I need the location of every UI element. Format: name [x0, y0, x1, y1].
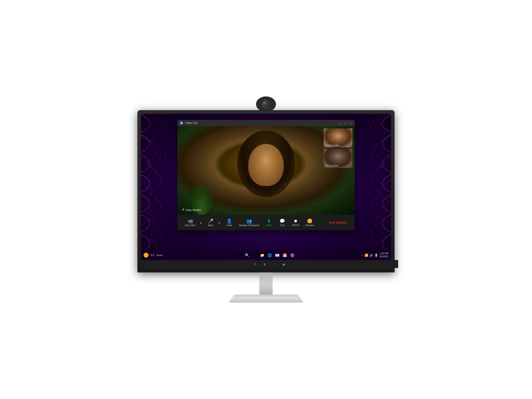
monitor-brightness-down[interactable]: ◐: [262, 261, 267, 267]
temperature: 71°F: [150, 254, 154, 256]
thumbnail-1: Ashlyn Cramblit: [324, 128, 352, 147]
app-calendar-button[interactable]: 📅: [282, 252, 288, 258]
reaction-icon: 😊: [307, 219, 313, 223]
app-teams-button[interactable]: 🟣: [289, 252, 296, 258]
date: 4/5/2022: [380, 255, 388, 258]
monitor-bottom-bar: ☰ ◐ ○ 🔈: [141, 260, 398, 268]
window-titlebar: Z Video Call — □ ✕: [177, 120, 355, 126]
speaker-name-label: 🎤 Julia Streller: [181, 208, 202, 212]
mic-active-icon: 🎤: [181, 208, 184, 212]
participant-thumbnails: Ashlyn Cramblit Seth Schreiber: [324, 128, 352, 168]
webcam-lens: [262, 100, 270, 108]
maximize-button[interactable]: □: [344, 121, 347, 125]
app-edge-button[interactable]: 🌐: [267, 252, 273, 258]
share-label: Share: [266, 224, 272, 227]
monitor-bezel: Z Video Call — □ ✕: [137, 110, 395, 272]
stop-video-icon: 📹: [188, 219, 193, 223]
app-icon: Z: [180, 121, 184, 125]
thumbnail-1-name: Ashlyn Cramblit: [325, 144, 339, 146]
tray-expand-icon[interactable]: ∧: [362, 254, 363, 256]
window-controls: — □ ✕: [338, 121, 352, 125]
close-button[interactable]: ✕: [349, 121, 352, 125]
svg-text:Z: Z: [181, 122, 182, 124]
system-tray: ∧ 📶 🔊 🔋: [362, 253, 378, 257]
chat-icon: 💬: [279, 219, 285, 223]
monitor: Z Video Call — □ ✕: [133, 96, 399, 303]
share-icon: ⬆: [267, 219, 271, 223]
thumbnail-2-name: Seth Schreiber: [325, 165, 338, 167]
webcam: [256, 96, 276, 112]
invite-label: Invite: [227, 224, 232, 227]
stop-video-label: Stop Video: [185, 224, 196, 227]
mute-button[interactable]: 🎤 Mute: [204, 217, 217, 228]
thumbnail-2: Seth Schreiber: [324, 149, 352, 168]
manage-participants-button[interactable]: 👥 Manage Participants: [236, 217, 262, 228]
taskbar: 71°F Sunny ⊞ 🔍 🗔 📁 🌐 📧 📅 🟣: [141, 250, 391, 260]
manage-participants-label: Manage Participants: [239, 224, 259, 227]
main-video-area: 🎤 Julia Streller Ashlyn Cramblit Seth Sc…: [177, 126, 355, 215]
chat-label: Chat: [280, 224, 285, 227]
mute-group: 🎤 Mute ▲: [204, 217, 221, 228]
monitor-stand-neck: Dell: [259, 272, 273, 295]
manage-participants-icon: 👥: [247, 219, 252, 223]
taskbar-center: ⊞ 🔍 🗔 📁 🌐 📧 📅 🟣: [236, 252, 296, 258]
app-mail-button[interactable]: 📧: [274, 252, 280, 258]
mute-arrow[interactable]: ▲: [218, 221, 221, 225]
control-bar: 📹 Stop Video ▲ 🎤 Mute ▲: [177, 215, 355, 230]
window-title: Video Call: [185, 121, 336, 125]
minimize-button[interactable]: —: [338, 121, 342, 125]
stop-video-arrow[interactable]: ▲: [199, 221, 202, 225]
time: 2:30 PM: [380, 252, 388, 255]
record-icon: ⏺: [294, 219, 298, 223]
reaction-label: Reaction: [305, 224, 314, 227]
invite-button[interactable]: 👤 Invite: [223, 217, 236, 228]
mute-label: Mute: [208, 224, 213, 227]
stop-video-button[interactable]: 📹 Stop Video: [182, 217, 199, 228]
monitor-volume-button[interactable]: 🔈: [282, 261, 287, 267]
share-button[interactable]: ⬆ Share: [262, 217, 276, 228]
wifi-icon: 📶: [365, 253, 368, 257]
weather-info: 71°F Sunny: [150, 254, 163, 256]
file-explorer-button[interactable]: 📁: [259, 252, 265, 258]
weather-condition: Sunny: [156, 254, 163, 256]
start-button[interactable]: ⊞: [236, 252, 243, 258]
monitor-stand-base: [228, 295, 304, 303]
screen: Z Video Call — □ ✕: [141, 114, 391, 260]
monitor-brightness-up[interactable]: ○: [272, 261, 277, 267]
taskbar-right: ∧ 📶 🔊 🔋 2:30 PM 4/5/2022: [362, 252, 388, 258]
clock: 2:30 PM 4/5/2022: [380, 252, 388, 258]
record-button[interactable]: ⏺ Record: [289, 218, 302, 228]
video-call-window: Z Video Call — □ ✕: [177, 120, 355, 230]
volume-icon: 🔊: [369, 253, 373, 257]
dell-logo: Dell: [259, 272, 273, 284]
battery-icon: 🔋: [374, 253, 378, 257]
invite-icon: 👤: [227, 219, 232, 223]
mute-icon: 🎤: [208, 219, 214, 223]
monitor-menu-button[interactable]: ☰: [252, 261, 258, 267]
record-label: Record: [292, 224, 299, 226]
chat-button[interactable]: 💬 Chat: [276, 217, 289, 228]
end-meeting-button[interactable]: End Meeting: [326, 219, 350, 226]
weather-sun-icon: [144, 253, 149, 258]
search-button[interactable]: 🔍: [244, 252, 250, 258]
task-view-button[interactable]: 🗔: [252, 252, 258, 258]
face-overlay: [248, 144, 284, 186]
stop-video-group: 📹 Stop Video ▲: [182, 217, 202, 228]
reaction-button[interactable]: 😊 Reaction: [302, 217, 317, 228]
